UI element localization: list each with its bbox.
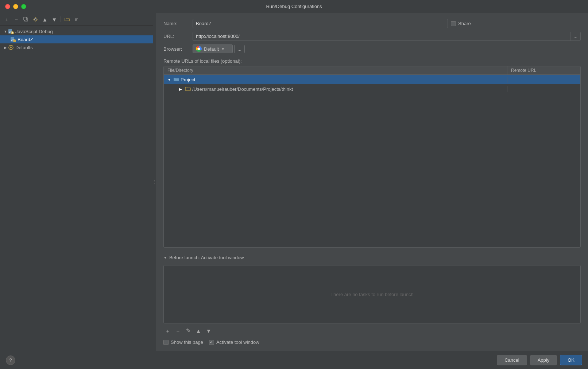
browser-value: Default xyxy=(204,46,219,52)
name-row: Name: Share xyxy=(163,19,581,28)
expand-arrow-defaults: ▶ xyxy=(3,45,8,50)
before-launch-section: ▼ Before launch: Activate tool window Th… xyxy=(163,255,581,351)
boardz-icon: JS xyxy=(10,36,16,42)
url-label: URL: xyxy=(163,34,193,39)
show-page-checkbox[interactable] xyxy=(163,340,169,345)
remove-config-button[interactable]: − xyxy=(12,15,20,23)
path-label: /Users/manuelrauber/Documents/Projects/t… xyxy=(192,86,293,92)
copy-icon xyxy=(23,17,28,22)
checkbox-row: Show this page ✓ Activate tool window xyxy=(163,339,581,345)
folder-button[interactable] xyxy=(63,15,71,23)
before-launch-header: ▼ Before launch: Activate tool window xyxy=(163,255,581,262)
tree-item-boardz[interactable]: JS BoardZ xyxy=(0,35,153,43)
config-tree: ▼ JS JavaScript Debug JS xyxy=(0,26,153,351)
svg-point-8 xyxy=(13,39,16,42)
remote-urls-label: Remote URLs of local files (optional): xyxy=(163,58,581,64)
left-panel: + − ▲ ▼ xyxy=(0,13,153,351)
share-label: Share xyxy=(458,21,471,26)
before-launch-title: Before launch: Activate tool window xyxy=(169,255,244,260)
js-debug-group-icon: JS xyxy=(8,28,14,34)
before-launch-toolbar: + − ✎ ▲ ▼ xyxy=(163,326,581,335)
chevron-down-icon: ▼ xyxy=(221,47,225,51)
maximize-button[interactable] xyxy=(21,4,26,9)
tasks-empty-text: There are no tasks to run before launch xyxy=(330,292,414,297)
browser-row: Browser: Default ▼ ... xyxy=(163,44,581,53)
show-page-label: Show this page xyxy=(171,339,203,345)
bl-remove-button[interactable]: − xyxy=(174,326,182,335)
move-up-button[interactable]: ▲ xyxy=(41,15,49,23)
help-button[interactable]: ? xyxy=(6,356,15,365)
settings-config-button[interactable] xyxy=(31,15,39,23)
file-row-project[interactable]: ▼ Project xyxy=(164,75,580,84)
browser-more-button[interactable]: ... xyxy=(234,45,245,53)
right-panel: Name: Share URL: ... Browser: Default ▼ … xyxy=(156,13,588,351)
main-container: + − ▲ ▼ xyxy=(0,13,588,351)
name-input[interactable] xyxy=(193,19,448,28)
close-button[interactable] xyxy=(5,4,10,9)
url-input-wrapper: ... xyxy=(193,32,581,41)
ok-button[interactable]: OK xyxy=(560,355,582,365)
sort-button[interactable] xyxy=(73,15,81,23)
left-toolbar: + − ▲ ▼ xyxy=(0,13,153,26)
gear-icon xyxy=(33,17,38,22)
move-down-button[interactable]: ▼ xyxy=(50,15,58,23)
expand-arrow-js-debug: ▼ xyxy=(3,29,8,34)
tree-item-defaults[interactable]: ▶ Defaults xyxy=(0,43,153,51)
copy-config-button[interactable] xyxy=(22,15,30,23)
activate-window-label: Activate tool window xyxy=(216,339,259,345)
bl-edit-button[interactable]: ✎ xyxy=(184,326,193,335)
chrome-icon xyxy=(196,46,202,52)
tree-item-js-debug[interactable]: ▼ JS JavaScript Debug xyxy=(0,27,153,35)
window-title: Run/Debug Configurations xyxy=(266,4,322,9)
bl-up-button[interactable]: ▲ xyxy=(194,326,203,335)
title-bar: Run/Debug Configurations xyxy=(0,0,588,13)
browser-dropdown[interactable]: Default ▼ xyxy=(193,44,233,53)
file-row-path-name: ▶ /Users/manuelrauber/Documents/Projects… xyxy=(175,86,507,92)
share-row: Share xyxy=(451,21,471,26)
boardz-label: BoardZ xyxy=(18,37,33,42)
project-file-icon xyxy=(173,77,179,83)
file-table-body: ▼ Project ▶ xyxy=(164,75,580,247)
path-expand-arrow: ▶ xyxy=(179,87,184,91)
path-folder-icon xyxy=(185,86,191,92)
defaults-label: Defaults xyxy=(15,45,33,50)
bl-add-button[interactable]: + xyxy=(163,326,172,335)
apply-button[interactable]: Apply xyxy=(530,355,557,365)
minimize-button[interactable] xyxy=(13,4,18,9)
before-launch-arrow: ▼ xyxy=(163,256,167,260)
folder-icon xyxy=(65,17,70,22)
file-row-path[interactable]: ▶ /Users/manuelrauber/Documents/Projects… xyxy=(164,84,580,94)
defaults-icon xyxy=(8,44,14,50)
add-config-button[interactable]: + xyxy=(3,15,11,23)
svg-point-2 xyxy=(35,19,36,20)
resize-handle[interactable] xyxy=(153,13,156,351)
browser-label: Browser: xyxy=(163,46,193,52)
file-col-header: File/Directory xyxy=(164,66,507,74)
cancel-button[interactable]: Cancel xyxy=(497,355,527,365)
toolbar-separator xyxy=(61,16,61,22)
show-page-checkbox-item[interactable]: Show this page xyxy=(163,339,203,345)
bl-down-button[interactable]: ▼ xyxy=(204,326,213,335)
js-debug-group-label: JavaScript Debug xyxy=(15,29,53,34)
remote-col-header: Remote URL xyxy=(507,66,580,74)
file-row-project-name: ▼ Project xyxy=(164,77,507,83)
activate-window-checkbox[interactable]: ✓ xyxy=(209,340,214,345)
url-input[interactable] xyxy=(193,32,570,40)
tasks-panel: There are no tasks to run before launch xyxy=(163,265,581,323)
sort-icon xyxy=(74,17,79,22)
url-row: URL: ... xyxy=(163,32,581,41)
file-table: File/Directory Remote URL ▼ Project xyxy=(163,66,581,248)
window-controls[interactable] xyxy=(5,4,26,9)
url-dots-button[interactable]: ... xyxy=(570,32,580,40)
project-label: Project xyxy=(181,77,195,82)
checkmark-icon: ✓ xyxy=(210,340,213,345)
project-expand-arrow: ▼ xyxy=(167,78,173,82)
svg-rect-1 xyxy=(24,17,27,20)
name-label: Name: xyxy=(163,21,193,26)
file-table-header: File/Directory Remote URL xyxy=(164,66,580,75)
bottom-bar: ? Cancel Apply OK xyxy=(0,351,588,369)
activate-window-checkbox-item[interactable]: ✓ Activate tool window xyxy=(209,339,259,345)
share-checkbox[interactable] xyxy=(451,21,456,26)
